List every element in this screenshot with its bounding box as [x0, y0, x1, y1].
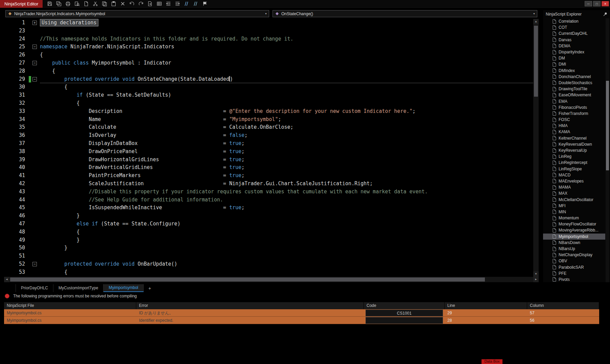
editor-vertical-scrollbar[interactable]: ▲ ▼ [533, 19, 539, 277]
copy-icon[interactable] [101, 1, 108, 7]
tab-myimportsymbol[interactable]: Myimportsymbol [103, 284, 143, 292]
explorer-item-nbarsup[interactable]: NBarsUp [543, 246, 605, 252]
column-header-ninjascript-file[interactable]: NinjaScript File [4, 302, 136, 309]
comment-icon[interactable] [184, 1, 190, 7]
code-line[interactable]: 34 Name = "Myimportsymbol"; [4, 116, 533, 124]
explorer-item-movingaverageribb-[interactable]: MovingAverageRibb... [543, 227, 605, 233]
explorer-item-hma[interactable]: HMA [543, 123, 605, 129]
explorer-item-cot[interactable]: COT [543, 24, 605, 30]
redo-icon[interactable] [138, 1, 144, 7]
code-line[interactable]: 47 else if (State == State.Configure) [4, 220, 533, 228]
explorer-item-dema[interactable]: DEMA [543, 43, 605, 49]
fold-toggle-icon[interactable]: + [32, 21, 37, 25]
code-line[interactable]: 48 { [4, 228, 533, 236]
code-line[interactable]: 38 DrawOnPricePanel = true; [4, 148, 533, 156]
scroll-left-arrow-icon[interactable]: ◄ [4, 277, 9, 282]
explorer-item-parabolicsar[interactable]: ParabolicSAR [543, 264, 605, 270]
explorer-item-linregslope[interactable]: LinRegSlope [543, 166, 605, 172]
code-line[interactable]: 43 //Disable this property if your indic… [4, 188, 533, 196]
outdent-icon[interactable] [165, 1, 171, 7]
code-line[interactable]: 23 [4, 27, 533, 35]
code-line[interactable]: 53 { [4, 268, 533, 276]
explorer-item-momentum[interactable]: Momentum [543, 215, 605, 221]
explorer-item-donchianchannel[interactable]: DonchianChannel [543, 74, 605, 80]
explorer-item-correlation[interactable]: Correlation [543, 18, 605, 24]
explorer-item-disparityindex[interactable]: DisparityIndex [543, 49, 605, 55]
column-header-line[interactable]: Line [445, 302, 527, 309]
code-line[interactable]: 50 } [4, 244, 533, 252]
error-row[interactable]: Myimportsymbol.csID がありません。CS10012957 [4, 309, 599, 317]
explorer-item-min[interactable]: MIN [543, 209, 605, 215]
code-line[interactable]: 35 Calculate = Calculate.OnBarClose; [4, 123, 533, 131]
code-line[interactable]: 41 PaintPriceMarkers = true; [4, 172, 533, 180]
explorer-item-dm[interactable]: DM [543, 55, 605, 61]
explorer-item-doublestochastics[interactable]: DoubleStochastics [543, 80, 605, 86]
code-line[interactable]: 30 { [4, 83, 533, 91]
explorer-item-fosc[interactable]: FOSC [543, 117, 605, 123]
explorer-item-netchangedisplay[interactable]: NetChangeDisplay [543, 252, 605, 258]
undo-icon[interactable] [129, 1, 135, 7]
explorer-item-darvas[interactable]: Darvas [543, 37, 605, 43]
explorer-item-obv[interactable]: OBV [543, 258, 605, 264]
code-line[interactable]: 1+Using declarations [4, 19, 533, 27]
code-line[interactable]: 42 ScaleJustification = NinjaTrader.Gui.… [4, 180, 533, 188]
explorer-scrollbar[interactable] [606, 18, 609, 282]
close-button[interactable]: × [602, 1, 609, 6]
code-line[interactable]: 25−namespace NinjaTrader.NinjaScript.Ind… [4, 43, 533, 51]
fold-toggle-icon[interactable]: − [32, 61, 37, 65]
fold-toggle-icon[interactable]: − [32, 77, 37, 81]
table-icon[interactable] [156, 1, 162, 7]
code-line[interactable]: 37 DisplayInDataBox = true; [4, 140, 533, 148]
column-header-column[interactable]: Column [527, 302, 599, 309]
fold-toggle-icon[interactable]: − [32, 45, 37, 49]
code-line[interactable]: 31 if (State == State.SetDefaults) [4, 91, 533, 99]
member-selector-dropdown[interactable]: OnStateChange() ▼ [273, 10, 537, 17]
explorer-item-currentdayohl[interactable]: CurrentDayOHL [543, 30, 605, 37]
explorer-item-macd[interactable]: MACD [543, 172, 605, 178]
vertical-scrollbar-thumb[interactable] [534, 26, 538, 97]
delete-icon[interactable] [120, 1, 126, 7]
explorer-item-fibonaccipivots[interactable]: FibonacciPivots [543, 104, 605, 111]
tab-mycustomimporttype[interactable]: MyCustomImportType [53, 284, 103, 292]
column-header-error[interactable]: Error [136, 302, 364, 309]
code-editor[interactable]: 1+Using declarations2324//This namespace… [4, 19, 533, 277]
tab-priordayohlc[interactable]: PriorDayOHLC [16, 284, 53, 292]
cut-icon[interactable] [92, 1, 98, 7]
explorer-item-moneyflowoscillator[interactable]: MoneyFlowOscillator [543, 221, 605, 227]
minimize-button[interactable]: ─ [585, 1, 592, 6]
column-header-code[interactable]: Code [364, 302, 445, 309]
type-selector-dropdown[interactable]: NinjaTrader.NinjaScript.Indicators.Myimp… [5, 10, 269, 17]
explorer-item-myimportsymbol[interactable]: Myimportsymbol [543, 234, 605, 240]
save-icon[interactable] [47, 1, 53, 7]
explorer-item-ema[interactable]: EMA [543, 98, 605, 104]
explorer-item-keyreversalup[interactable]: KeyReversalUp [543, 147, 605, 153]
add-tab-button[interactable]: + [146, 285, 153, 292]
compile-icon[interactable] [202, 1, 208, 7]
error-row[interactable]: Myimportsymbol.csIdentifier expected.285… [4, 317, 599, 324]
horizontal-scrollbar-thumb[interactable] [10, 277, 485, 282]
data-box-button[interactable]: Data Box [482, 359, 502, 364]
explorer-item-pfe[interactable]: PFE [543, 270, 605, 276]
code-line[interactable]: 29− protected override void OnStateChang… [4, 75, 533, 83]
code-line[interactable]: 44 //See Help Guide for additional infor… [4, 196, 533, 204]
maximize-button[interactable]: □ [593, 1, 601, 6]
code-line[interactable]: 26{ [4, 51, 533, 59]
explorer-item-keltnerchannel[interactable]: KeltnerChannel [543, 135, 605, 141]
explorer-item-kama[interactable]: KAMA [543, 129, 605, 135]
print-icon[interactable] [65, 1, 71, 7]
fold-toggle-icon[interactable]: − [32, 262, 37, 266]
scroll-down-arrow-icon[interactable]: ▼ [533, 271, 539, 277]
explorer-item-keyreversaldown[interactable]: KeyReversalDown [543, 141, 605, 147]
explorer-scrollbar-thumb[interactable] [606, 81, 609, 170]
indent-icon[interactable] [174, 1, 181, 7]
scroll-up-arrow-icon[interactable]: ▲ [533, 19, 539, 24]
pin-icon[interactable] [603, 12, 607, 17]
explorer-item-max[interactable]: MAX [543, 190, 605, 196]
print-preview-icon[interactable] [74, 1, 80, 7]
code-line[interactable]: 28 { [4, 67, 533, 75]
explorer-item-dmindex[interactable]: DMIndex [543, 68, 605, 74]
uncomment-icon[interactable] [193, 1, 199, 7]
explorer-item-easeofmovement[interactable]: EaseOfMovement [543, 92, 605, 98]
explorer-item-linreg[interactable]: LinReg [543, 153, 605, 160]
scroll-right-arrow-icon[interactable]: ► [533, 277, 539, 282]
